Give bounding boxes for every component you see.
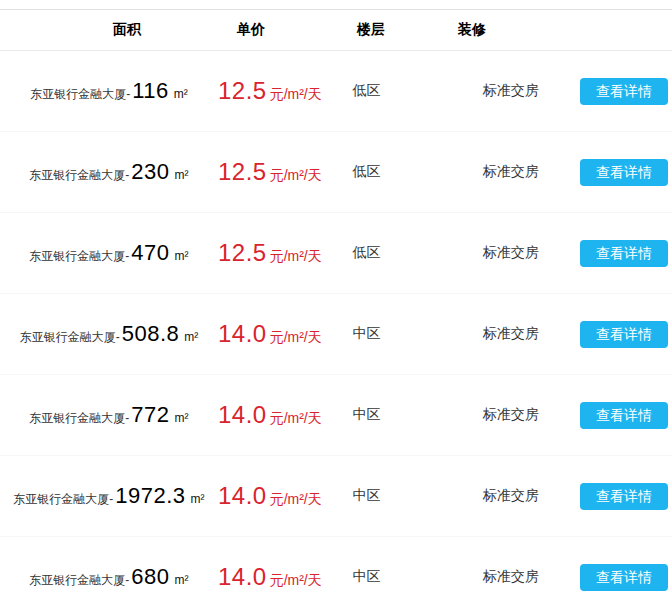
area-cell: 东亚银行金融大厦- 772 m² bbox=[0, 402, 218, 428]
header-decoration-label: 装修 bbox=[458, 21, 486, 39]
price-value: 12.5 bbox=[218, 158, 267, 186]
action-cell: 查看详情 bbox=[580, 483, 672, 510]
floor-value: 低区 bbox=[342, 163, 392, 181]
price-cell: 14.0 元/m²/天 bbox=[218, 563, 342, 591]
action-cell: 查看详情 bbox=[580, 78, 672, 105]
price-cell: 14.0 元/m²/天 bbox=[218, 401, 342, 429]
view-details-button[interactable]: 查看详情 bbox=[580, 78, 668, 105]
area-unit: m² bbox=[184, 330, 198, 344]
action-cell: 查看详情 bbox=[580, 321, 672, 348]
listing-row: 东亚银行金融大厦- 230 m² 12.5 元/m²/天 低区 标准交房 查看详… bbox=[0, 132, 672, 213]
view-details-button[interactable]: 查看详情 bbox=[580, 321, 668, 348]
price-value: 14.0 bbox=[218, 401, 267, 429]
floor-value: 中区 bbox=[342, 325, 392, 343]
area-unit: m² bbox=[175, 249, 189, 263]
building-name: 东亚银行金融大厦- bbox=[30, 86, 130, 103]
price-cell: 14.0 元/m²/天 bbox=[218, 320, 342, 348]
listing-row: 东亚银行金融大厦- 470 m² 12.5 元/m²/天 低区 标准交房 查看详… bbox=[0, 213, 672, 294]
action-cell: 查看详情 bbox=[580, 564, 672, 591]
area-value: 116 bbox=[132, 78, 169, 104]
listing-row: 东亚银行金融大厦- 772 m² 14.0 元/m²/天 中区 标准交房 查看详… bbox=[0, 375, 672, 456]
floor-value: 低区 bbox=[342, 82, 392, 100]
price-cell: 12.5 元/m²/天 bbox=[218, 158, 342, 186]
action-cell: 查看详情 bbox=[580, 402, 672, 429]
area-unit: m² bbox=[175, 411, 189, 425]
building-name: 东亚银行金融大厦- bbox=[13, 491, 113, 508]
table-header: 面积 单价 楼层 装修 bbox=[0, 9, 672, 51]
area-value: 230 bbox=[131, 159, 169, 185]
area-value: 508.8 bbox=[122, 321, 180, 347]
floor-value: 中区 bbox=[342, 487, 392, 505]
decoration-value: 标准交房 bbox=[441, 406, 580, 424]
view-details-button[interactable]: 查看详情 bbox=[580, 564, 668, 591]
header-floor-label: 楼层 bbox=[357, 21, 385, 39]
area-cell: 东亚银行金融大厦- 1972.3 m² bbox=[0, 483, 218, 509]
decoration-value: 标准交房 bbox=[441, 82, 580, 100]
view-details-button[interactable]: 查看详情 bbox=[580, 402, 668, 429]
price-unit: 元/m²/天 bbox=[270, 248, 322, 266]
view-details-button[interactable]: 查看详情 bbox=[580, 159, 668, 186]
price-unit: 元/m²/天 bbox=[270, 167, 322, 185]
price-value: 12.5 bbox=[218, 77, 267, 105]
area-value: 680 bbox=[131, 564, 169, 590]
decoration-value: 标准交房 bbox=[441, 568, 580, 586]
listing-page: 面积 单价 楼层 装修 东亚银行金融大厦- 116 m² 12.5 元/m²/天… bbox=[0, 0, 672, 607]
area-value: 470 bbox=[131, 240, 169, 266]
price-cell: 12.5 元/m²/天 bbox=[218, 77, 342, 105]
price-value: 14.0 bbox=[218, 482, 267, 510]
price-unit: 元/m²/天 bbox=[270, 86, 322, 104]
area-value: 772 bbox=[131, 402, 169, 428]
action-cell: 查看详情 bbox=[580, 240, 672, 267]
listing-row: 东亚银行金融大厦- 508.8 m² 14.0 元/m²/天 中区 标准交房 查… bbox=[0, 294, 672, 375]
price-value: 12.5 bbox=[218, 239, 267, 267]
floor-value: 低区 bbox=[342, 244, 392, 262]
area-cell: 东亚银行金融大厦- 680 m² bbox=[0, 564, 218, 590]
price-unit: 元/m²/天 bbox=[270, 329, 322, 347]
decoration-value: 标准交房 bbox=[441, 163, 580, 181]
price-value: 14.0 bbox=[218, 563, 267, 591]
decoration-value: 标准交房 bbox=[441, 325, 580, 343]
price-cell: 14.0 元/m²/天 bbox=[218, 482, 342, 510]
price-cell: 12.5 元/m²/天 bbox=[218, 239, 342, 267]
price-unit: 元/m²/天 bbox=[270, 491, 322, 509]
area-cell: 东亚银行金融大厦- 230 m² bbox=[0, 159, 218, 185]
decoration-value: 标准交房 bbox=[441, 244, 580, 262]
building-name: 东亚银行金融大厦- bbox=[20, 329, 120, 346]
area-cell: 东亚银行金融大厦- 470 m² bbox=[0, 240, 218, 266]
listing-row: 东亚银行金融大厦- 1972.3 m² 14.0 元/m²/天 中区 标准交房 … bbox=[0, 456, 672, 537]
building-name: 东亚银行金融大厦- bbox=[29, 248, 129, 265]
view-details-button[interactable]: 查看详情 bbox=[580, 240, 668, 267]
area-cell: 东亚银行金融大厦- 116 m² bbox=[0, 78, 218, 104]
area-cell: 东亚银行金融大厦- 508.8 m² bbox=[0, 321, 218, 347]
header-area-label: 面积 bbox=[113, 21, 141, 39]
listing-row: 东亚银行金融大厦- 680 m² 14.0 元/m²/天 中区 标准交房 查看详… bbox=[0, 537, 672, 607]
area-unit: m² bbox=[175, 168, 189, 182]
view-details-button[interactable]: 查看详情 bbox=[580, 483, 668, 510]
area-unit: m² bbox=[174, 87, 188, 101]
price-unit: 元/m²/天 bbox=[270, 572, 322, 590]
floor-value: 中区 bbox=[342, 568, 392, 586]
area-unit: m² bbox=[191, 492, 205, 506]
decoration-value: 标准交房 bbox=[441, 487, 580, 505]
building-name: 东亚银行金融大厦- bbox=[29, 572, 129, 589]
building-name: 东亚银行金融大厦- bbox=[29, 410, 129, 427]
area-value: 1972.3 bbox=[115, 483, 185, 509]
building-name: 东亚银行金融大厦- bbox=[29, 167, 129, 184]
action-cell: 查看详情 bbox=[580, 159, 672, 186]
listing-row: 东亚银行金融大厦- 116 m² 12.5 元/m²/天 低区 标准交房 查看详… bbox=[0, 51, 672, 132]
floor-value: 中区 bbox=[342, 406, 392, 424]
header-price-label: 单价 bbox=[237, 21, 265, 39]
price-unit: 元/m²/天 bbox=[270, 410, 322, 428]
price-value: 14.0 bbox=[218, 320, 267, 348]
area-unit: m² bbox=[175, 573, 189, 587]
